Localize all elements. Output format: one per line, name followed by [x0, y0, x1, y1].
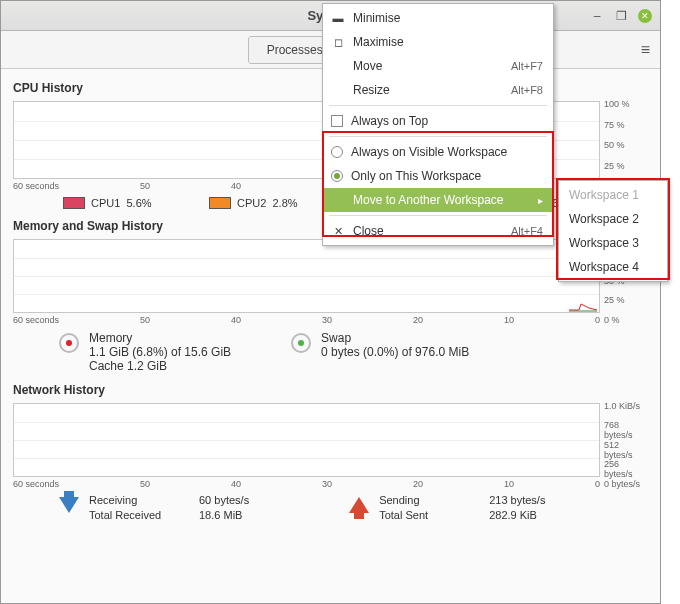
menu-icon[interactable]: ≡	[641, 41, 650, 59]
window-context-menu: ▬Minimise ◻Maximise MoveAlt+F7 ResizeAlt…	[322, 3, 554, 246]
close-icon[interactable]: ✕	[638, 9, 652, 23]
cpu2-legend: CPU2 2.8%	[209, 197, 319, 209]
maximize-icon[interactable]: ❐	[614, 9, 628, 23]
menu-only-this-workspace[interactable]: Only on This Workspace	[323, 164, 553, 188]
minimise-icon: ▬	[331, 12, 345, 24]
menu-maximise[interactable]: ◻Maximise	[323, 30, 553, 54]
memory-stat: Memory 1.1 GiB (6.8%) of 15.6 GiB Cache …	[59, 331, 231, 373]
menu-move[interactable]: MoveAlt+F7	[323, 54, 553, 78]
mem-graph	[13, 239, 600, 313]
receiving-stat: Receiving60 bytes/s Total Received18.6 M…	[59, 493, 249, 524]
menu-always-visible-workspace[interactable]: Always on Visible Workspace	[323, 140, 553, 164]
net-history-title: Network History	[13, 383, 648, 397]
sending-stat: Sending213 bytes/s Total Sent282.9 KiB	[349, 493, 545, 524]
menu-always-on-top[interactable]: Always on Top	[323, 109, 553, 133]
net-graph	[13, 403, 600, 477]
maximise-icon: ◻	[331, 36, 345, 49]
submenu-workspace-3[interactable]: Workspace 3	[559, 231, 667, 255]
swap-stat: Swap 0 bytes (0.0%) of 976.0 MiB	[291, 331, 469, 373]
minimize-icon[interactable]: –	[590, 9, 604, 23]
chevron-right-icon: ▸	[538, 195, 543, 206]
menu-close[interactable]: ✕CloseAlt+F4	[323, 219, 553, 243]
submenu-workspace-1: Workspace 1	[559, 183, 667, 207]
upload-icon	[349, 497, 369, 513]
close-x-icon: ✕	[331, 225, 345, 238]
checkbox-icon	[331, 115, 343, 127]
submenu-workspace-2[interactable]: Workspace 2	[559, 207, 667, 231]
download-icon	[59, 497, 79, 513]
menu-move-to-workspace[interactable]: Move to Another Workspace▸	[323, 188, 553, 212]
cpu1-legend: CPU1 5.6%	[63, 197, 173, 209]
workspace-submenu: Workspace 1 Workspace 2 Workspace 3 Work…	[558, 180, 668, 282]
submenu-workspace-4[interactable]: Workspace 4	[559, 255, 667, 279]
menu-minimise[interactable]: ▬Minimise	[323, 6, 553, 30]
radio-checked-icon	[331, 170, 343, 182]
menu-resize[interactable]: ResizeAlt+F8	[323, 78, 553, 102]
radio-icon	[331, 146, 343, 158]
